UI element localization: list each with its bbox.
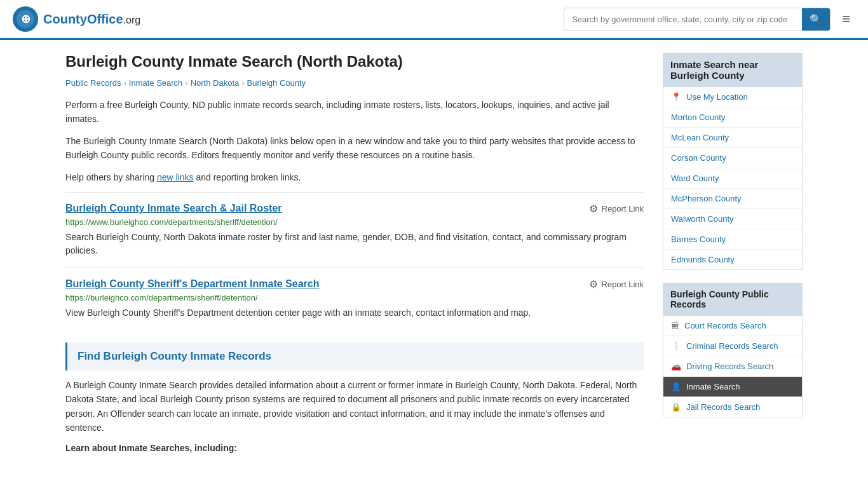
sidebar-item-mclean[interactable]: McLean County bbox=[663, 128, 802, 148]
result-2-desc: View Burleigh County Sheriff's Departmen… bbox=[65, 306, 644, 320]
sidebar-item-walworth[interactable]: Walworth County bbox=[663, 209, 802, 229]
sidebar-public-records-section: Burleigh County Public Records 🏛 Court R… bbox=[663, 283, 803, 417]
logo-text: CountyOffice.org bbox=[43, 12, 140, 27]
sidebar-item-driving[interactable]: 🚗 Driving Records Search bbox=[663, 356, 802, 377]
result-card-2: Burleigh County Sheriff's Department Inm… bbox=[65, 268, 644, 330]
search-bar: 🔍 bbox=[564, 8, 831, 31]
sidebar-use-location[interactable]: 📍 Use My Location bbox=[663, 87, 802, 107]
description-para1: Perform a free Burleigh County, ND publi… bbox=[65, 98, 644, 126]
find-section-body: A Burleigh County Inmate Search provides… bbox=[65, 378, 644, 435]
sidebar-near-section: Inmate Search near Burleigh County 📍 Use… bbox=[663, 53, 803, 270]
sidebar-public-records-list: 🏛 Court Records Search ❕ Criminal Record… bbox=[663, 316, 803, 417]
sidebar-item-corson[interactable]: Corson County bbox=[663, 148, 802, 168]
sidebar-item-mcpherson[interactable]: McPherson County bbox=[663, 189, 802, 209]
breadcrumb-burleigh-county[interactable]: Burleigh County bbox=[247, 78, 306, 88]
sidebar-pub-title: Burleigh County Public Records bbox=[663, 283, 803, 316]
sidebar-item-inmate[interactable]: 👤 Inmate Search bbox=[663, 377, 802, 397]
result-1-desc: Search Burleigh County, North Dakota inm… bbox=[65, 231, 644, 257]
result-1-url[interactable]: https://www.burleighco.com/departments/s… bbox=[65, 217, 644, 227]
driving-icon: 🚗 bbox=[671, 362, 681, 371]
jail-icon: 🔒 bbox=[671, 402, 681, 412]
result-2-title[interactable]: Burleigh County Sheriff's Department Inm… bbox=[65, 278, 319, 290]
sidebar-item-criminal[interactable]: ❕ Criminal Records Search bbox=[663, 336, 802, 356]
page-title: Burleigh County Inmate Search (North Dak… bbox=[65, 53, 644, 71]
sidebar-item-ward[interactable]: Ward County bbox=[663, 168, 802, 189]
learn-heading: Learn about Inmate Searches, including: bbox=[65, 443, 644, 453]
sidebar-item-jail[interactable]: 🔒 Jail Records Search bbox=[663, 397, 802, 417]
inmate-icon: 👤 bbox=[671, 382, 681, 391]
location-icon: 📍 bbox=[671, 92, 681, 102]
header-right: 🔍 ≡ bbox=[564, 8, 855, 31]
result-card-1: Burleigh County Inmate Search & Jail Ros… bbox=[65, 192, 644, 268]
sidebar-near-title: Inmate Search near Burleigh County bbox=[663, 53, 803, 87]
breadcrumb: Public Records › Inmate Search › North D… bbox=[65, 78, 644, 88]
description-para3: Help others by sharing new links and rep… bbox=[65, 170, 644, 184]
sidebar-item-morton[interactable]: Morton County bbox=[663, 107, 802, 128]
result-2-report[interactable]: ⚙ Report Link bbox=[589, 278, 644, 290]
result-2-url[interactable]: https://burleighco.com/departments/sheri… bbox=[65, 293, 644, 302]
find-section-heading: Find Burleigh County Inmate Records bbox=[65, 342, 644, 370]
breadcrumb-public-records[interactable]: Public Records bbox=[65, 78, 121, 88]
result-1-title[interactable]: Burleigh County Inmate Search & Jail Ros… bbox=[65, 203, 282, 214]
sidebar-item-barnes[interactable]: Barnes County bbox=[663, 229, 802, 250]
result-card-2-header: Burleigh County Sheriff's Department Inm… bbox=[65, 278, 644, 290]
new-links-link[interactable]: new links bbox=[157, 172, 194, 182]
search-input[interactable] bbox=[564, 10, 802, 29]
criminal-icon: ❕ bbox=[671, 341, 681, 351]
sidebar-item-court[interactable]: 🏛 Court Records Search bbox=[663, 316, 802, 336]
search-button[interactable]: 🔍 bbox=[802, 8, 830, 30]
content-area: Burleigh County Inmate Search (North Dak… bbox=[65, 53, 644, 453]
use-location-link[interactable]: 📍 Use My Location bbox=[663, 87, 802, 107]
logo-area: ⊕ CountyOffice.org bbox=[13, 6, 140, 32]
description-para2: The Burleigh County Inmate Search (North… bbox=[65, 134, 644, 163]
svg-text:⊕: ⊕ bbox=[21, 13, 31, 25]
main-container: Burleigh County Inmate Search (North Dak… bbox=[53, 40, 815, 466]
breadcrumb-north-dakota[interactable]: North Dakota bbox=[191, 78, 240, 88]
sidebar-item-edmunds[interactable]: Edmunds County bbox=[663, 250, 802, 269]
menu-icon[interactable]: ≡ bbox=[837, 8, 855, 30]
report-icon-1: ⚙ bbox=[589, 203, 598, 215]
result-card-1-header: Burleigh County Inmate Search & Jail Ros… bbox=[65, 203, 644, 215]
court-icon: 🏛 bbox=[671, 321, 679, 330]
site-header: ⊕ CountyOffice.org 🔍 ≡ bbox=[0, 0, 868, 40]
breadcrumb-inmate-search[interactable]: Inmate Search bbox=[129, 78, 183, 88]
report-icon-2: ⚙ bbox=[589, 278, 598, 290]
sidebar: Inmate Search near Burleigh County 📍 Use… bbox=[663, 53, 803, 453]
logo-icon: ⊕ bbox=[13, 6, 38, 32]
result-1-report[interactable]: ⚙ Report Link bbox=[589, 203, 644, 215]
sidebar-near-list: 📍 Use My Location Morton County McLean C… bbox=[663, 87, 803, 270]
